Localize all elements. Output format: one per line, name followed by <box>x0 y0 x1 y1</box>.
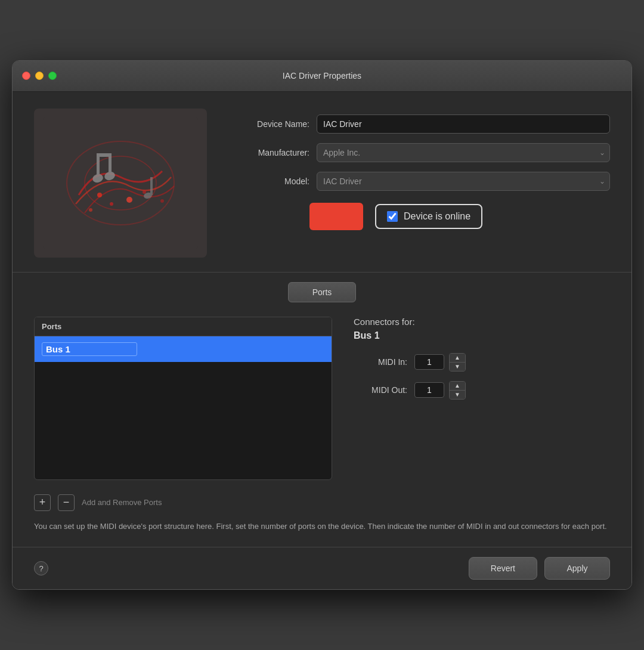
close-button[interactable] <box>22 72 30 80</box>
midi-in-arrows: ▲ ▼ <box>449 353 466 372</box>
ports-tab[interactable]: Ports <box>288 282 357 302</box>
online-row: Device is online <box>226 203 610 230</box>
ports-table-header: Ports <box>35 317 332 336</box>
device-color-swatch[interactable] <box>309 203 363 230</box>
midi-in-label: MIDI In: <box>354 357 407 367</box>
svg-point-11 <box>110 202 113 206</box>
device-online-group: Device is online <box>375 204 482 229</box>
connectors-title: Connectors for: <box>354 317 610 327</box>
ports-tab-bar: Ports <box>13 273 631 302</box>
midi-in-input[interactable] <box>414 354 444 370</box>
midi-in-up-button[interactable]: ▲ <box>450 354 465 363</box>
ports-table-container: Ports <box>34 317 332 480</box>
svg-point-10 <box>97 193 102 197</box>
bus-name-input[interactable] <box>42 342 137 356</box>
window-title: IAC Driver Properties <box>283 71 361 81</box>
midi-out-stepper: ▲ ▼ <box>414 381 466 400</box>
device-name-label: Device Name: <box>226 119 309 129</box>
bottom-buttons: Revert Apply <box>469 557 610 580</box>
model-select[interactable]: IAC Driver <box>317 172 610 191</box>
midi-out-row: MIDI Out: ▲ ▼ <box>354 381 610 400</box>
manufacturer-row: Manufacturer: Apple Inc. ⌄ <box>226 143 610 162</box>
minimize-button[interactable] <box>35 72 44 80</box>
main-window: IAC Driver Properties <box>12 60 632 590</box>
remove-port-button[interactable]: − <box>58 494 75 511</box>
midi-in-row: MIDI In: ▲ ▼ <box>354 353 610 372</box>
svg-rect-8 <box>150 177 153 195</box>
midi-in-stepper: ▲ ▼ <box>414 353 466 372</box>
help-button[interactable]: ? <box>34 561 48 575</box>
connectors-panel: Connectors for: Bus 1 MIDI In: ▲ ▼ MIDI … <box>354 317 610 480</box>
traffic-lights <box>22 72 57 80</box>
svg-point-15 <box>160 199 164 203</box>
ports-action-label: Add and Remove Ports <box>82 498 162 507</box>
ports-content: Ports Connectors for: Bus 1 MIDI In: <box>13 302 631 494</box>
svg-point-12 <box>126 197 132 203</box>
svg-rect-5 <box>97 153 112 157</box>
device-properties: Device Name: Manufacturer: Apple Inc. ⌄ … <box>226 109 610 258</box>
help-text: You can set up the MIDI device's port st… <box>13 516 631 547</box>
title-bar: IAC Driver Properties <box>13 61 631 92</box>
ports-table-body <box>35 336 332 479</box>
midi-out-label: MIDI Out: <box>354 385 407 395</box>
model-label: Model: <box>226 177 309 186</box>
manufacturer-label: Manufacturer: <box>226 148 309 157</box>
svg-point-14 <box>89 208 92 212</box>
model-select-container: IAC Driver ⌄ <box>317 172 610 191</box>
midi-out-down-button[interactable]: ▼ <box>450 391 465 399</box>
bottom-bar: ? Revert Apply <box>13 547 631 589</box>
device-name-row: Device Name: <box>226 114 610 134</box>
device-name-input[interactable] <box>317 114 610 134</box>
device-online-label: Device is online <box>404 211 470 222</box>
table-row[interactable] <box>35 336 332 362</box>
top-section: Device Name: Manufacturer: Apple Inc. ⌄ … <box>13 92 631 273</box>
model-row: Model: IAC Driver ⌄ <box>226 172 610 191</box>
midi-in-down-button[interactable]: ▼ <box>450 363 465 371</box>
device-online-checkbox[interactable] <box>387 211 398 222</box>
connectors-bus-name: Bus 1 <box>354 330 610 341</box>
maximize-button[interactable] <box>48 72 57 80</box>
manufacturer-select-container: Apple Inc. ⌄ <box>317 143 610 162</box>
manufacturer-select[interactable]: Apple Inc. <box>317 143 610 162</box>
svg-point-13 <box>143 190 146 194</box>
ports-actions: + − Add and Remove Ports <box>13 494 631 516</box>
ports-column-header: Ports <box>42 322 61 331</box>
midi-out-arrows: ▲ ▼ <box>449 381 466 400</box>
midi-out-input[interactable] <box>414 382 444 398</box>
apply-button[interactable]: Apply <box>544 557 610 580</box>
device-icon <box>34 109 207 258</box>
revert-button[interactable]: Revert <box>469 557 537 580</box>
ports-table: Ports <box>34 317 332 480</box>
add-port-button[interactable]: + <box>34 494 51 511</box>
midi-out-up-button[interactable]: ▲ <box>450 382 465 391</box>
